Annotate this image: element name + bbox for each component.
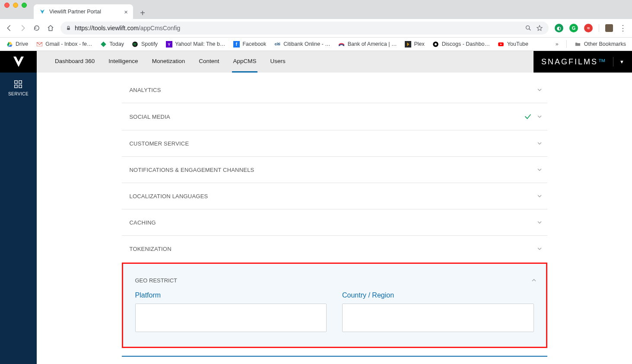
chevron-up-icon bbox=[530, 277, 537, 284]
platform-input[interactable] bbox=[135, 304, 327, 332]
toolbar-separator bbox=[599, 24, 599, 32]
viewlift-logo[interactable] bbox=[0, 51, 37, 73]
sidebar: SERVICE bbox=[0, 51, 37, 364]
bookmark-item[interactable]: YYahoo! Mail: The b… bbox=[165, 41, 225, 47]
bookmark-label: Spotify bbox=[141, 41, 158, 47]
accordion-localization[interactable]: LOCALIZATION LANGUAGES bbox=[122, 183, 547, 209]
nav-label: Dashboard 360 bbox=[55, 58, 95, 64]
address-bar[interactable]: https://tools.viewlift.com/appCmsConfig bbox=[60, 22, 549, 35]
home-button[interactable] bbox=[47, 24, 54, 32]
browser-menu-button[interactable]: ⋮ bbox=[619, 24, 627, 32]
bookmark-label: Gmail - Inbox - fe… bbox=[45, 41, 92, 47]
bookmarks-overflow-button[interactable]: » bbox=[556, 41, 559, 47]
bookmark-label: Drive bbox=[16, 41, 28, 47]
drive-icon bbox=[6, 41, 13, 47]
bookmark-item[interactable]: fFacebook bbox=[233, 41, 266, 47]
extension-icon[interactable]: G bbox=[569, 24, 578, 32]
chevron-down-icon bbox=[536, 140, 543, 147]
svg-rect-16 bbox=[19, 85, 22, 88]
spotify-icon bbox=[132, 41, 139, 47]
svg-rect-0 bbox=[67, 28, 70, 30]
window-close-button[interactable] bbox=[4, 3, 10, 8]
accordion-tokenization[interactable]: TOKENIZATION bbox=[122, 236, 547, 262]
browser-chrome: Viewlift Partner Portal × + https://tool… bbox=[0, 0, 632, 51]
accordion-icons bbox=[536, 166, 543, 173]
url-host: https://tools.viewlift.com bbox=[75, 25, 139, 32]
geo-restrict-body: Platform Country / Region bbox=[123, 291, 546, 347]
reload-button[interactable] bbox=[33, 24, 41, 32]
bookmark-item[interactable]: Bank of America | … bbox=[338, 41, 397, 47]
extension-icon[interactable]: ◐ bbox=[555, 24, 563, 32]
accordion-analytics[interactable]: ANALYTICS bbox=[122, 77, 547, 103]
bookmarks-bar: Drive Gmail - Inbox - fe… Today Spotify … bbox=[0, 38, 632, 51]
zoom-icon[interactable] bbox=[524, 25, 532, 32]
discogs-icon bbox=[432, 41, 439, 47]
forward-button[interactable] bbox=[19, 24, 27, 32]
bookmark-label: Today bbox=[110, 41, 124, 47]
content-area: ANALYTICS SOCIAL MEDIA CUSTOMER SERVICE bbox=[37, 73, 632, 364]
nav-dashboard[interactable]: Dashboard 360 bbox=[54, 51, 95, 73]
bookmark-label: YouTube bbox=[507, 41, 528, 47]
platform-field: Platform bbox=[135, 291, 327, 332]
bookmark-item[interactable]: Drive bbox=[6, 41, 28, 47]
nav-monetization[interactable]: Monetization bbox=[151, 51, 186, 73]
svg-rect-13 bbox=[15, 81, 17, 83]
service-icon bbox=[13, 79, 23, 89]
new-tab-button[interactable]: + bbox=[137, 7, 149, 19]
bookmark-item[interactable]: Spotify bbox=[132, 41, 158, 47]
extension-icon[interactable]: ≈ bbox=[584, 24, 593, 32]
window-maximize-button[interactable] bbox=[22, 3, 27, 8]
bookmark-label: Yahoo! Mail: The b… bbox=[175, 41, 225, 47]
sidebar-item-service[interactable]: SERVICE bbox=[8, 79, 29, 96]
nav-intelligence[interactable]: Intelligence bbox=[108, 51, 139, 73]
bookmark-label: Bank of America | … bbox=[348, 41, 397, 47]
accordion-icons bbox=[536, 219, 543, 226]
nav-appcms[interactable]: AppCMS bbox=[232, 51, 257, 73]
country-input[interactable] bbox=[342, 304, 534, 332]
svg-rect-15 bbox=[15, 85, 17, 88]
facebook-icon: f bbox=[233, 41, 240, 47]
brand-dropdown[interactable]: SNAGFILMS™ ▼ bbox=[534, 51, 632, 73]
profile-avatar[interactable] bbox=[605, 24, 613, 32]
accordion-title: CUSTOMER SERVICE bbox=[130, 140, 189, 147]
bookmark-star-icon[interactable] bbox=[536, 25, 543, 32]
bookmark-item[interactable]: Plex bbox=[404, 41, 424, 47]
chevron-down-icon bbox=[536, 193, 543, 199]
bookmark-item[interactable]: Gmail - Inbox - fe… bbox=[36, 41, 92, 47]
accordion-social-media[interactable]: SOCIAL MEDIA bbox=[122, 103, 547, 130]
main-panel: Dashboard 360 Intelligence Monetization … bbox=[37, 51, 632, 364]
bookmark-item[interactable]: Today bbox=[100, 41, 124, 47]
other-bookmarks-button[interactable]: Other Bookmarks bbox=[575, 41, 626, 47]
back-button[interactable] bbox=[5, 24, 13, 32]
accordion-title: GEO RESTRICT bbox=[135, 277, 178, 284]
folder-icon bbox=[575, 41, 581, 47]
nav-content[interactable]: Content bbox=[198, 51, 220, 73]
bookmark-item[interactable]: YouTube bbox=[498, 41, 528, 47]
accordion-customer-service[interactable]: CUSTOMER SERVICE bbox=[122, 130, 547, 157]
citi-icon: citi bbox=[274, 41, 281, 47]
accordion-notifications[interactable]: NOTIFICATIONS & ENGAGEMENT CHANNELS bbox=[122, 157, 547, 183]
tab-favicon-icon bbox=[39, 8, 46, 15]
svg-text:Y: Y bbox=[168, 42, 170, 46]
accordion-title: TOKENIZATION bbox=[130, 246, 171, 252]
geo-restrict-header[interactable]: GEO RESTRICT bbox=[123, 264, 546, 291]
tab-title: Viewlift Partner Portal bbox=[49, 9, 121, 15]
window-minimize-button[interactable] bbox=[13, 3, 18, 8]
bookmark-item[interactable]: Discogs - Dashbo… bbox=[432, 41, 490, 47]
browser-tab[interactable]: Viewlift Partner Portal × bbox=[34, 4, 133, 19]
save-row: SAVE bbox=[122, 356, 547, 364]
nav-users[interactable]: Users bbox=[270, 51, 286, 73]
svg-line-2 bbox=[529, 28, 530, 30]
chevron-down-icon bbox=[536, 86, 543, 93]
accordion-icons bbox=[536, 140, 543, 147]
accordion-caching[interactable]: CACHING bbox=[122, 209, 547, 236]
geo-restrict-section: GEO RESTRICT Platform Country / Region bbox=[122, 263, 547, 348]
accordion-icons bbox=[536, 86, 543, 93]
tab-close-button[interactable]: × bbox=[124, 8, 128, 16]
accordion-title: CACHING bbox=[130, 219, 156, 226]
accordion-title: ANALYTICS bbox=[130, 87, 161, 93]
accordion-title: LOCALIZATION LANGUAGES bbox=[130, 193, 208, 199]
bookmark-label: Discogs - Dashbo… bbox=[442, 41, 490, 47]
accordion-title: SOCIAL MEDIA bbox=[130, 114, 170, 120]
bookmark-item[interactable]: citiCitibank Online - … bbox=[274, 41, 330, 47]
